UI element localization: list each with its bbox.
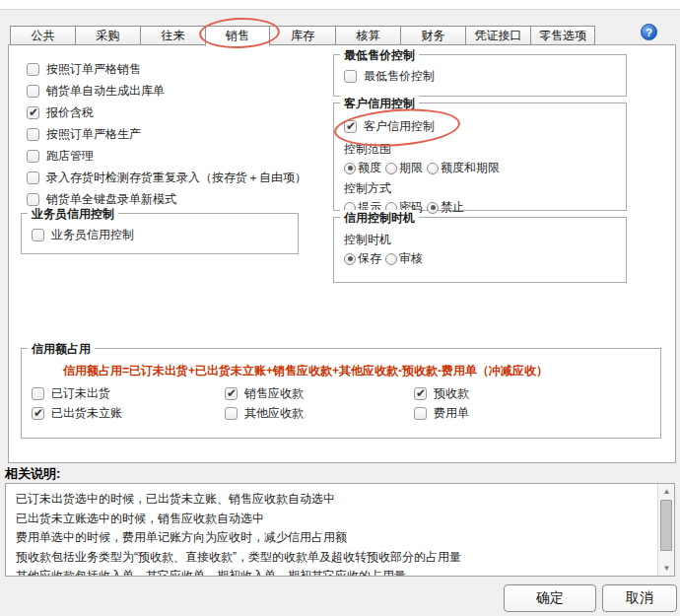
option-label: 客户信用控制 xyxy=(364,118,435,135)
scrollbar-thumb[interactable] xyxy=(660,500,672,551)
control-timing-radios: 保存 审核 xyxy=(344,250,620,267)
option-row-store-visit-management: 跑店管理 xyxy=(27,145,306,167)
notes-scrollbar[interactable]: ▲ ▼ xyxy=(657,484,674,576)
advance-receipt-checkbox[interactable] xyxy=(414,387,427,400)
customer-credit-checkbox[interactable] xyxy=(344,120,357,133)
salesman-credit-checkbox[interactable] xyxy=(32,229,44,241)
other-receivable-checkbox[interactable] xyxy=(225,407,238,420)
option-label: 销货单自动生成出库单 xyxy=(46,83,165,100)
strict-production-by-order-checkbox[interactable] xyxy=(27,128,39,141)
option-label: 报价含税 xyxy=(46,104,94,121)
option-row-advance-receipt: 预收款 xyxy=(414,383,658,403)
tab-purchase[interactable]: 采购 xyxy=(75,26,140,45)
tab-sales[interactable]: 销售 xyxy=(205,26,270,46)
related-notes-text: 已订未出货选中的时候，已出货未立账、销售应收款自动选中 已出货未立账选中的时候，… xyxy=(6,484,674,577)
salesman-credit-group: 业务员信用控制 业务员信用控制 xyxy=(21,213,299,254)
group-title: 客户信用控制 xyxy=(340,96,419,112)
ok-button[interactable]: 确定 xyxy=(504,584,596,612)
help-icon[interactable]: ? xyxy=(641,24,657,40)
group-title: 信用控制时机 xyxy=(340,210,419,227)
min-price-group: 最低售价控制 最低售价控制 xyxy=(333,54,627,97)
option-label: 按照订单严格生产 xyxy=(46,126,141,143)
tab-common[interactable]: 公共 xyxy=(10,26,75,45)
radio-item: 保存 xyxy=(344,250,381,267)
option-row-auto-outbound-from-sales: 销货单自动生成出库单 xyxy=(27,80,306,102)
option-row-strict-sales-by-order: 按照订单严格销售 xyxy=(27,58,306,80)
option-label: 费用单 xyxy=(434,405,469,422)
option-row-strict-production-by-order: 按照订单严格生产 xyxy=(27,123,306,145)
strict-sales-by-order-checkbox[interactable] xyxy=(27,63,39,76)
shipped-not-invoiced-checkbox[interactable] xyxy=(32,407,44,420)
control-scope-label: 控制范围 xyxy=(344,141,620,158)
tab-retail-options[interactable]: 零售选项 xyxy=(530,26,595,45)
option-row-salesman-credit: 业务员信用控制 xyxy=(32,224,292,245)
radio-label: 期限 xyxy=(399,160,423,176)
customer-credit-group: 客户信用控制 客户信用控制 控制范围 额度 期限 额度和期限 xyxy=(333,103,627,211)
expense-bill-checkbox[interactable] xyxy=(414,407,427,420)
option-label: 按照订单严格销售 xyxy=(46,61,141,78)
auto-outbound-from-sales-checkbox[interactable] xyxy=(27,85,39,98)
control-scope-radios: 额度 期限 额度和期限 xyxy=(344,160,620,176)
ordered-not-shipped-checkbox[interactable] xyxy=(32,387,44,400)
radio-label: 额度和期限 xyxy=(441,160,500,176)
radio-item: 额度 xyxy=(344,160,381,176)
option-label: 最低售价控制 xyxy=(364,68,435,85)
option-label: 销售应收款 xyxy=(244,385,304,402)
option-label: 已出货未立账 xyxy=(51,405,122,422)
scope-quota-radio[interactable] xyxy=(344,163,356,174)
radio-label: 禁止 xyxy=(441,199,464,216)
scope-term-radio[interactable] xyxy=(385,163,397,174)
sales-full-keyboard-mode-checkbox[interactable] xyxy=(27,193,39,206)
timing-audit-radio[interactable] xyxy=(385,253,397,265)
radio-item: 禁止 xyxy=(427,199,464,216)
option-label: 销货单全键盘录单新模式 xyxy=(46,191,176,208)
group-title: 最低售价控制 xyxy=(340,47,419,64)
option-label: 预收款 xyxy=(434,385,469,402)
scroll-down-icon[interactable]: ▼ xyxy=(658,561,675,576)
radio-item: 审核 xyxy=(385,250,423,267)
related-notes-title: 相关说明: xyxy=(5,465,60,483)
tab-current-accounts[interactable]: 往来 xyxy=(140,26,205,45)
option-row-shipped-not-invoiced: 已出货未立账 xyxy=(32,403,225,423)
credit-usage-group: 信用额占用 信用额占用=已订未出货+已出货未立账+销售应收款+其他应收款-预收款… xyxy=(21,348,661,439)
tab-finance[interactable]: 财务 xyxy=(400,26,465,45)
control-method-label: 控制方式 xyxy=(344,180,620,197)
option-label: 已订未出货 xyxy=(51,385,110,402)
option-row-sales-receivable: 销售应收款 xyxy=(225,383,414,403)
quote-tax-included-checkbox[interactable] xyxy=(27,106,39,119)
tab-voucher-interface[interactable]: 凭证接口 xyxy=(465,26,530,45)
note-line: 其他应收款包括收入单、其它应收单、期初收入单、期初其它应收的占用量 xyxy=(16,567,648,577)
option-label: 跑店管理 xyxy=(46,148,94,165)
note-line: 已订未出货选中的时候，已出货未立账、销售应收款自动选中 xyxy=(16,490,648,510)
min-price-checkbox[interactable] xyxy=(344,70,357,83)
radio-label: 保存 xyxy=(358,250,381,267)
timing-save-radio[interactable] xyxy=(344,253,356,265)
radio-item: 额度和期限 xyxy=(427,160,500,176)
related-notes-box: 已订未出货选中的时候，已出货未立账、销售应收款自动选中 已出货未立账选中的时候，… xyxy=(5,483,675,577)
option-row-quote-tax-included: 报价含税 xyxy=(27,102,306,123)
tab-inventory[interactable]: 库存 xyxy=(270,26,335,45)
sales-settings-panel: 按照订单严格销售 销货单自动生成出库单 报价含税 按照订单严格生产 跑店管理 录… xyxy=(8,44,676,463)
tab-accounting[interactable]: 核算 xyxy=(335,26,400,45)
option-label: 录入存货时检测存货重复录入（按存货＋自由项） xyxy=(46,170,306,186)
credit-timing-group: 信用控制时机 控制时机 保存 审核 xyxy=(333,217,627,283)
note-line: 已出货未立账选中的时候，销售应收款自动选中 xyxy=(16,510,648,529)
radio-label: 审核 xyxy=(399,250,423,267)
sales-receivable-checkbox[interactable] xyxy=(225,387,238,400)
scope-quota-and-term-radio[interactable] xyxy=(427,163,439,174)
method-forbid-radio[interactable] xyxy=(427,202,439,214)
option-row-min-price: 最低售价控制 xyxy=(344,65,620,87)
scroll-up-icon[interactable]: ▲ xyxy=(658,484,675,499)
group-title: 信用额占用 xyxy=(28,341,95,358)
duplicate-item-check-checkbox[interactable] xyxy=(27,171,39,184)
left-option-list: 按照订单严格销售 销货单自动生成出库单 报价含税 按照订单严格生产 跑店管理 录… xyxy=(27,58,306,210)
control-timing-label: 控制时机 xyxy=(344,232,620,248)
option-row-customer-credit: 客户信用控制 xyxy=(344,115,620,137)
store-visit-management-checkbox[interactable] xyxy=(27,150,39,163)
option-row-other-receivable: 其他应收款 xyxy=(225,403,414,423)
tab-bar: 公共 采购 往来 销售 库存 核算 财务 凭证接口 零售选项 xyxy=(10,25,595,45)
radio-item: 期限 xyxy=(385,160,423,176)
cancel-button[interactable]: 取消 xyxy=(602,584,677,612)
option-row-expense-bill: 费用单 xyxy=(414,403,658,423)
group-title: 业务员信用控制 xyxy=(28,206,118,223)
